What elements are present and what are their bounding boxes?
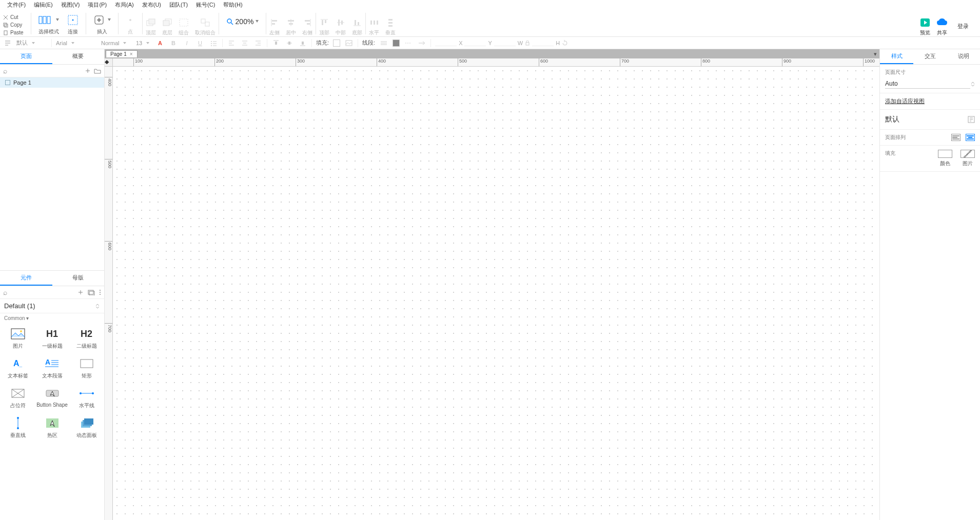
arrow-style-icon[interactable] [417, 38, 426, 48]
style-manager-icon[interactable] [3, 38, 12, 48]
line-color-swatch[interactable] [393, 39, 400, 47]
svg-rect-22 [305, 20, 310, 22]
text-align-right-icon[interactable] [253, 38, 263, 48]
preview-button[interactable]: 预览 [919, 16, 931, 36]
tabs-dropdown-icon[interactable]: ▾ [871, 51, 879, 57]
fill-image-option[interactable]: 图片 [961, 150, 975, 167]
font-weight-dropdown[interactable]: Normal [101, 40, 132, 46]
menu-help[interactable]: 帮助(H) [219, 0, 246, 10]
align-right-button: 右侧 [302, 16, 312, 36]
canvas-tab-page1[interactable]: Page 1 × [106, 50, 138, 57]
menu-view[interactable]: 视图(V) [57, 0, 84, 10]
line-width-icon[interactable] [379, 38, 388, 48]
y-input[interactable] [464, 40, 486, 46]
valign-middle-icon[interactable] [285, 38, 294, 48]
svg-rect-43 [346, 41, 352, 46]
w-input[interactable] [494, 40, 516, 46]
ruler-vertical[interactable]: 400500600700 [105, 67, 113, 520]
arrange-center-icon[interactable] [966, 134, 975, 141]
menu-layout[interactable]: 布局(A) [111, 0, 138, 10]
default-style-title: 默认 [885, 115, 899, 124]
style-manage-icon[interactable] [968, 116, 975, 123]
more-icon[interactable] [99, 289, 101, 295]
menu-edit[interactable]: 编辑(E) [30, 0, 57, 10]
style-preset-dropdown[interactable]: 默认 [16, 39, 47, 47]
italic-icon[interactable]: I [182, 38, 191, 48]
pages-search-icon[interactable] [3, 67, 82, 75]
paste-button[interactable]: Paste [3, 29, 24, 36]
svg-rect-40 [275, 42, 277, 45]
menu-account[interactable]: 账号(C) [192, 0, 219, 10]
font-color-icon[interactable]: A [155, 38, 165, 48]
fill-image-icon[interactable] [344, 38, 354, 48]
widget-hline[interactable]: 水平线 [70, 385, 103, 411]
line-style-icon[interactable] [404, 38, 413, 48]
tab-interact[interactable]: 交互 [913, 49, 947, 64]
tab-masters[interactable]: 母版 [52, 271, 105, 286]
ruler-horizontal[interactable]: 100200300400500600700800900100011001200 [113, 58, 879, 67]
zoom-control[interactable]: 200% [222, 13, 263, 36]
bold-icon[interactable]: B [169, 38, 178, 48]
menu-team[interactable]: 团队(T) [165, 0, 192, 10]
widget-hotspot[interactable]: 热区 [35, 414, 69, 441]
adaptive-views-link[interactable]: 添加自适应视图 [885, 98, 925, 104]
underline-icon[interactable]: U [195, 38, 205, 48]
add-folder-icon[interactable] [94, 68, 101, 74]
menu-file[interactable]: 文件(F) [3, 0, 30, 10]
widgets-search-icon[interactable] [3, 288, 73, 296]
widget-h2[interactable]: H2二级标题 [70, 325, 103, 352]
copy-button[interactable]: Copy [3, 21, 22, 29]
widget-placeholder[interactable]: 占位符 [1, 385, 34, 411]
h-input[interactable] [532, 40, 554, 46]
valign-bottom-icon[interactable] [298, 38, 307, 48]
tab-outline[interactable]: 概要 [52, 49, 105, 64]
select-mode-button[interactable]: 选择模式 [34, 12, 63, 36]
page-icon [5, 80, 10, 85]
widget-vline[interactable]: 垂直线 [1, 414, 34, 441]
page-size-select[interactable]: Auto [885, 79, 970, 89]
fill-color-swatch[interactable] [333, 39, 340, 47]
text-align-center-icon[interactable] [240, 38, 249, 48]
share-button[interactable]: 共享 [936, 16, 948, 36]
library-selector[interactable]: Default (1) [0, 299, 104, 313]
tab-pages[interactable]: 页面 [0, 49, 52, 64]
canvas[interactable] [113, 67, 879, 520]
connect-button[interactable]: 连接 [63, 12, 83, 36]
page-item-page1[interactable]: Page 1 [0, 77, 104, 88]
text-align-left-icon[interactable] [227, 38, 236, 48]
widget-rect[interactable]: 矩形 [70, 355, 103, 382]
x-input[interactable] [435, 40, 457, 46]
add-library-icon[interactable] [77, 289, 84, 295]
menu-publish[interactable]: 发布(U) [138, 0, 165, 10]
font-family-dropdown[interactable]: Arial [56, 40, 97, 46]
widget-image[interactable]: 图片 [1, 325, 34, 352]
page-arrange-label: 页面排列 [885, 134, 906, 141]
arrange-stack-icon[interactable] [951, 134, 961, 141]
widget-button[interactable]: Button Shape [35, 385, 69, 411]
library-category[interactable]: Common ▾ [0, 313, 104, 323]
cut-button[interactable]: Cut [3, 13, 18, 21]
login-button[interactable]: 登录 [953, 23, 973, 30]
svg-rect-16 [205, 22, 209, 26]
svg-rect-32 [377, 21, 378, 25]
menu-project[interactable]: 项目(P) [84, 0, 111, 10]
widget-h1[interactable]: H1一级标题 [35, 325, 69, 352]
bullets-icon[interactable] [209, 38, 218, 48]
font-size-dropdown[interactable]: 13 [136, 40, 151, 46]
rotation-icon[interactable] [562, 40, 568, 46]
tab-notes[interactable]: 说明 [947, 49, 980, 64]
distribute-group: 水平 垂直 [369, 16, 396, 36]
valign-top-icon[interactable] [271, 38, 281, 48]
widget-paragraph[interactable]: A文本段落 [35, 355, 69, 382]
widget-dynpanel[interactable]: 动态面板 [70, 414, 103, 441]
lock-aspect-icon[interactable] [525, 41, 530, 46]
tab-widgets[interactable]: 元件 [0, 271, 52, 286]
library-options-icon[interactable] [88, 289, 95, 295]
fill-section-label: 填充 [885, 150, 895, 157]
close-tab-icon[interactable]: × [130, 51, 133, 57]
tab-style[interactable]: 样式 [880, 49, 913, 64]
fill-color-option[interactable]: 颜色 [938, 150, 952, 167]
widget-label[interactable]: A_文本标签 [1, 355, 34, 382]
add-page-icon[interactable] [85, 68, 91, 74]
insert-button[interactable]: 插入 [89, 12, 115, 36]
